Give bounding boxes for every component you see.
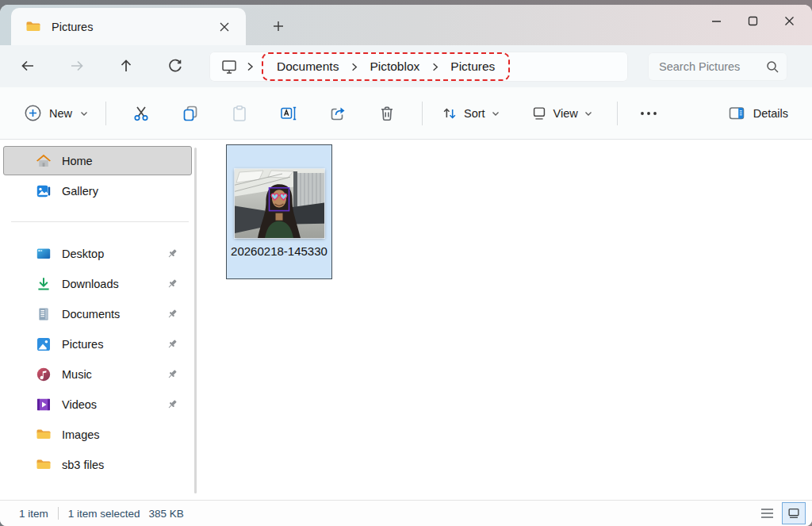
sidebar-item-pictures[interactable]: Pictures: [3, 329, 192, 359]
back-icon[interactable]: [13, 52, 43, 80]
selection-size-label: 385 KB: [149, 508, 184, 520]
sidebar-item-label: Images: [62, 428, 100, 441]
minimize-icon[interactable]: [698, 6, 734, 35]
chevron-right-icon[interactable]: [244, 61, 255, 72]
sidebar-item-documents[interactable]: Documents: [3, 299, 192, 328]
sidebar-item-label: Desktop: [62, 248, 104, 260]
sidebar-item-gallery[interactable]: Gallery: [3, 176, 192, 205]
command-toolbar: New Sort View: [0, 87, 812, 140]
sidebar-item-desktop[interactable]: Desktop: [3, 239, 192, 268]
sort-button[interactable]: Sort: [433, 100, 508, 127]
downloads-icon: [36, 276, 52, 292]
sidebar-item-music[interactable]: Music: [3, 359, 192, 389]
content-area: HomeGalleryDesktopDownloadsDocumentsPict…: [0, 140, 812, 500]
breadcrumb-chevron-icon[interactable]: [349, 62, 359, 72]
thumbnail-view-icon[interactable]: [782, 502, 806, 524]
sidebar-item-images[interactable]: Images: [3, 420, 192, 449]
copy-button[interactable]: [166, 97, 215, 130]
breadcrumb-highlight-box: DocumentsPictobloxPictures: [262, 52, 510, 81]
view-button[interactable]: View: [523, 100, 601, 127]
folder-icon: [36, 457, 52, 473]
toolbar-separator: [422, 102, 423, 125]
refresh-icon[interactable]: [160, 52, 190, 80]
window-controls: [698, 6, 807, 35]
new-tab-icon[interactable]: [266, 14, 290, 38]
forward-icon[interactable]: [62, 52, 92, 80]
address-bar[interactable]: DocumentsPictobloxPictures: [209, 52, 628, 82]
sidebar-item-label: sb3 files: [62, 459, 104, 471]
sidebar-divider: [11, 221, 189, 222]
navigation-bar: DocumentsPictobloxPictures: [0, 45, 812, 87]
pin-icon: [166, 398, 178, 411]
list-view-icon[interactable]: [756, 504, 777, 523]
sidebar-item-home[interactable]: Home: [3, 146, 192, 175]
details-button-label: Details: [753, 107, 788, 120]
close-tab-icon[interactable]: [213, 15, 236, 39]
search-icon[interactable]: [765, 60, 779, 74]
documents-icon: [36, 306, 52, 322]
search-box[interactable]: [648, 52, 787, 81]
rename-icon: [279, 104, 298, 123]
cut-icon: [132, 104, 151, 123]
file-list-area[interactable]: 20260218-145330: [198, 140, 812, 500]
paste-icon: [230, 104, 249, 123]
sidebar-item-label: Pictures: [62, 338, 103, 351]
toolbar-separator: [617, 102, 618, 125]
view-button-label: View: [553, 107, 578, 120]
details-pane-icon: [727, 104, 746, 123]
close-icon[interactable]: [771, 6, 807, 35]
file-name-label: 20260218-145330: [230, 244, 328, 260]
sidebar-item-label: Documents: [62, 308, 120, 321]
pin-icon: [166, 278, 178, 290]
this-pc-icon: [220, 58, 238, 75]
tab-title: Pictures: [52, 21, 213, 33]
breadcrumb-chevron-icon[interactable]: [430, 62, 440, 72]
sidebar-item-sb3-files[interactable]: sb3 files: [3, 450, 192, 479]
pin-icon: [166, 308, 178, 321]
maximize-icon[interactable]: [734, 6, 771, 35]
explorer-tab-pictures[interactable]: Pictures: [11, 8, 246, 45]
file-thumbnail-image: [235, 169, 324, 238]
new-button-label: New: [49, 107, 72, 120]
view-icon: [530, 105, 548, 122]
share-button[interactable]: [313, 97, 362, 130]
breadcrumb-item-pictures[interactable]: Pictures: [440, 60, 505, 74]
pin-icon: [166, 368, 178, 381]
share-icon: [328, 104, 347, 123]
home-icon: [36, 153, 52, 169]
file-item-20260218-145330[interactable]: 20260218-145330: [226, 144, 332, 279]
chevron-down-icon: [79, 109, 89, 118]
delete-button[interactable]: [362, 97, 412, 130]
gallery-icon: [36, 183, 52, 199]
breadcrumb-item-documents[interactable]: Documents: [266, 60, 349, 74]
titlebar: Pictures: [0, 5, 812, 45]
sidebar-item-label: Videos: [62, 398, 97, 411]
sidebar-scrollbar[interactable]: [194, 148, 197, 493]
rename-button[interactable]: [264, 97, 313, 130]
sort-icon: [441, 105, 458, 122]
cut-button[interactable]: [117, 97, 166, 130]
search-input[interactable]: [659, 60, 765, 73]
sidebar-item-label: Gallery: [62, 185, 98, 198]
new-button[interactable]: New: [17, 99, 95, 127]
sidebar-item-label: Home: [62, 155, 93, 167]
file-explorer-window: Pictures: [0, 5, 812, 526]
screen: Pictures: [0, 0, 812, 526]
folder-icon: [36, 427, 52, 443]
more-options-icon[interactable]: [628, 106, 669, 121]
status-separator: [58, 507, 59, 520]
circle-plus-icon: [24, 104, 42, 122]
paste-button: [215, 97, 264, 130]
details-button[interactable]: Details: [727, 104, 788, 123]
sidebar-item-label: Downloads: [62, 278, 119, 290]
pin-icon: [166, 338, 178, 351]
chevron-down-icon: [584, 109, 593, 118]
sidebar-item-downloads[interactable]: Downloads: [3, 269, 192, 298]
desktop-icon: [36, 246, 52, 262]
chevron-down-icon: [491, 109, 500, 118]
toolbar-separator: [105, 102, 106, 125]
breadcrumb-item-pictoblox[interactable]: Pictoblox: [359, 60, 430, 74]
sidebar-item-videos[interactable]: Videos: [3, 390, 192, 419]
pictures-icon: [36, 336, 52, 352]
up-icon[interactable]: [111, 52, 141, 80]
